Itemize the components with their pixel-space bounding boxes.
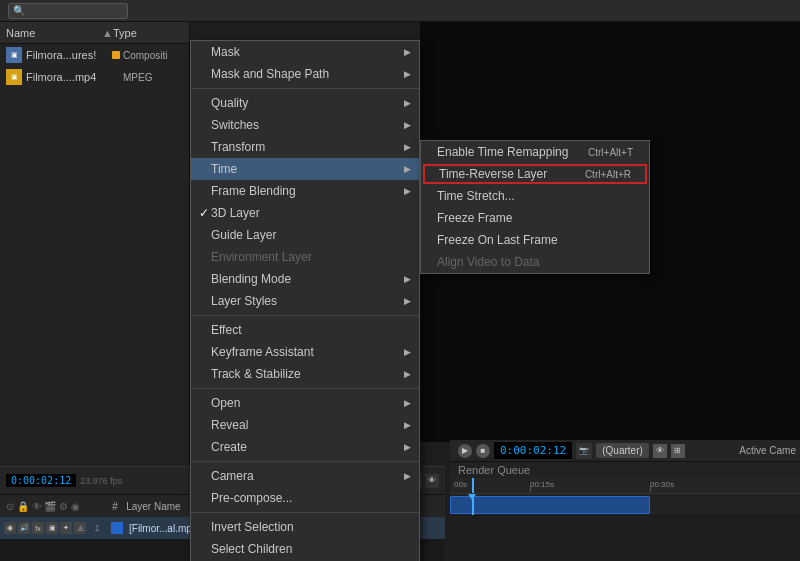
item-label-2: Filmora....mp4 <box>26 71 123 83</box>
layer-visible-icon[interactable]: ◉ <box>4 522 16 534</box>
time-submenu: Enable Time Remapping Ctrl+Alt+T Time-Re… <box>420 140 650 274</box>
layer-fx-icon[interactable]: fx <box>32 522 44 534</box>
layer-toggles: ◉ 🔊 fx ▣ ✦ ◬ <box>4 522 86 534</box>
ruler-15s: 00:15s <box>530 480 554 489</box>
timeline-tracks: 00s 00:15s 00:30s <box>450 478 800 561</box>
grid-icon[interactable]: ⊞ <box>671 444 685 458</box>
top-bar: 🔍 <box>0 0 800 22</box>
submenu-time-reverse-label: Time-Reverse Layer <box>439 167 547 181</box>
menu-quality[interactable]: Quality <box>191 92 419 114</box>
tick-30s <box>650 486 651 492</box>
submenu-enable-time-remap[interactable]: Enable Time Remapping Ctrl+Alt+T <box>421 141 649 163</box>
layer-motion-icon[interactable]: ▣ <box>46 522 58 534</box>
bottom-timecode[interactable]: 0:00:02:12 <box>6 474 76 487</box>
layer-name-col: # Layer Name <box>104 501 181 512</box>
playhead-triangle <box>468 494 476 500</box>
menu-effect-label: Effect <box>211 323 241 337</box>
menu-mask-shape[interactable]: Mask and Shape Path <box>191 63 419 85</box>
menu-camera[interactable]: Camera <box>191 465 419 487</box>
menu-invert-selection[interactable]: Invert Selection <box>191 516 419 538</box>
item-label-1: Filmora...ures! <box>26 49 109 61</box>
layer-audio-icon[interactable]: 🔊 <box>18 522 30 534</box>
menu-open[interactable]: Open <box>191 392 419 414</box>
col-type-label: Type <box>113 27 183 39</box>
track-row-1 <box>450 494 800 516</box>
menu-precompose[interactable]: Pre-compose... <box>191 487 419 509</box>
submenu-time-reverse[interactable]: Time-Reverse Layer Ctrl+Alt+R <box>423 164 647 184</box>
submenu-enable-time-remap-label: Enable Time Remapping <box>437 145 568 159</box>
menu-effect[interactable]: Effect <box>191 319 419 341</box>
menu-keyframe[interactable]: Keyframe Assistant <box>191 341 419 363</box>
menu-3d-layer-label: 3D Layer <box>211 206 260 220</box>
menu-keyframe-label: Keyframe Assistant <box>211 345 314 359</box>
menu-quality-label: Quality <box>211 96 248 110</box>
project-item-2[interactable]: ▣ Filmora....mp4 MPEG <box>0 66 189 88</box>
sort-icon[interactable]: ▲ <box>102 27 113 39</box>
menu-3d-layer[interactable]: ✓ 3D Layer <box>191 202 419 224</box>
timeline-ruler: 00s 00:15s 00:30s <box>450 478 800 494</box>
menu-frame-blending-label: Frame Blending <box>211 184 296 198</box>
menu-create-label: Create <box>211 440 247 454</box>
menu-layer-styles[interactable]: Layer Styles <box>191 290 419 312</box>
item-icon-1: ▣ <box>6 47 22 63</box>
sep-2 <box>191 315 419 316</box>
menu-select-children[interactable]: Select Children <box>191 538 419 560</box>
sep-3 <box>191 388 419 389</box>
menu-guide-layer-label: Guide Layer <box>211 228 276 242</box>
submenu-freeze-frame-label: Freeze Frame <box>437 211 512 225</box>
menu-track[interactable]: Track & Stabilize <box>191 363 419 385</box>
layer-number: 1 <box>89 523 105 533</box>
fps-display: 23.976 fps <box>80 476 122 486</box>
timecode-display[interactable]: 0:00:02:12 <box>494 442 572 459</box>
play-icon[interactable]: ▶ <box>458 444 472 458</box>
menu-blending-mode[interactable]: Blending Mode <box>191 268 419 290</box>
view-icon[interactable]: 👁 <box>653 444 667 458</box>
menu-mask-label: Mask <box>211 45 240 59</box>
render-queue-label: Render Queue <box>450 462 800 479</box>
menu-reveal[interactable]: Reveal <box>191 414 419 436</box>
menu-precompose-label: Pre-compose... <box>211 491 292 505</box>
submenu-time-stretch[interactable]: Time Stretch... <box>421 185 649 207</box>
sep-4 <box>191 461 419 462</box>
project-item-1[interactable]: ▣ Filmora...ures! Compositi <box>0 44 189 66</box>
submenu-time-stretch-label: Time Stretch... <box>437 189 515 203</box>
layer-3d-icon[interactable]: ◬ <box>74 522 86 534</box>
menu-time[interactable]: Time <box>191 158 419 180</box>
menu-guide-layer[interactable]: Guide Layer <box>191 224 419 246</box>
menu-mask-shape-label: Mask and Shape Path <box>211 67 329 81</box>
menu-camera-label: Camera <box>211 469 254 483</box>
submenu-freeze-last-label: Freeze On Last Frame <box>437 233 558 247</box>
layer-adj-icon[interactable]: ✦ <box>60 522 72 534</box>
camera-snapshot-icon[interactable]: 📷 <box>576 443 592 459</box>
item-dot-1 <box>112 51 120 59</box>
hide-icon[interactable]: 👁 <box>425 474 439 488</box>
search-bar[interactable]: 🔍 <box>8 3 128 19</box>
sep-5 <box>191 512 419 513</box>
menu-mask[interactable]: Mask <box>191 41 419 63</box>
clip-block-1[interactable] <box>450 496 650 514</box>
menu-transform-label: Transform <box>211 140 265 154</box>
check-icon: ✓ <box>199 206 211 220</box>
layer-color <box>111 522 123 534</box>
col-name-label: Name <box>6 27 98 39</box>
tick-15s <box>530 486 531 492</box>
quality-dropdown[interactable]: (Quarter) <box>596 443 649 458</box>
menu-layer-styles-label: Layer Styles <box>211 294 277 308</box>
menu-track-label: Track & Stabilize <box>211 367 301 381</box>
menu-create[interactable]: Create <box>191 436 419 458</box>
menu-switches[interactable]: Switches <box>191 114 419 136</box>
menu-open-label: Open <box>211 396 240 410</box>
submenu-freeze-frame[interactable]: Freeze Frame <box>421 207 649 229</box>
item-type-2: MPEG <box>123 72 183 83</box>
panel-header: Name ▲ Type <box>0 22 189 44</box>
submenu-freeze-last[interactable]: Freeze On Last Frame <box>421 229 649 251</box>
menu-frame-blending[interactable]: Frame Blending <box>191 180 419 202</box>
active-cam-label: Active Came <box>739 445 796 456</box>
playhead-ruler <box>472 478 474 493</box>
menu-blending-mode-label: Blending Mode <box>211 272 291 286</box>
submenu-time-reverse-shortcut: Ctrl+Alt+R <box>585 169 631 180</box>
project-panel: Name ▲ Type ▣ Filmora...ures! Compositi … <box>0 22 190 501</box>
search-icon: 🔍 <box>13 5 25 16</box>
stop-icon[interactable]: ■ <box>476 444 490 458</box>
menu-transform[interactable]: Transform <box>191 136 419 158</box>
